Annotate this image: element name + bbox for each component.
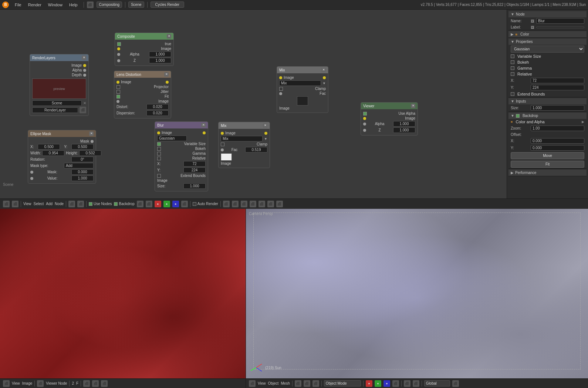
render-layers-node[interactable]: RenderLayers ✕ Image Alpha Depth: [30, 54, 89, 116]
props-varsize[interactable]: [511, 54, 514, 58]
toolbar-add[interactable]: Add: [46, 202, 53, 206]
blur-y[interactable]: 224: [183, 167, 206, 173]
vp-object[interactable]: Object: [268, 381, 279, 385]
vp-view[interactable]: View: [258, 381, 266, 385]
ellipse-x[interactable]: 0.500: [38, 144, 60, 150]
toolbar-icon4[interactable]: ⬛: [77, 201, 84, 207]
projector-check[interactable]: [116, 85, 120, 89]
mix2-img-out[interactable]: [264, 132, 267, 135]
jitter-check[interactable]: [116, 90, 120, 94]
backdrop-fit-btn[interactable]: Fit: [511, 161, 584, 168]
ellipse-val-in[interactable]: [30, 177, 33, 180]
blur-image-out[interactable]: [203, 131, 206, 134]
mix2-type[interactable]: Mix: [221, 136, 263, 141]
img-icon5[interactable]: ⬛: [101, 380, 108, 387]
viewer-z-val[interactable]: 1.000: [393, 127, 415, 133]
lens-distortion-node[interactable]: Lens Distortion ✕ Image Projector: [114, 71, 171, 118]
img-icon2[interactable]: ⬛: [37, 380, 44, 387]
ellipse-node[interactable]: Ellipse Mask ✕ Mask X: 0.500 Y: 0.500: [28, 130, 96, 184]
lens-image-in[interactable]: [116, 81, 119, 84]
viewer-close[interactable]: ✕: [411, 104, 415, 108]
distort-value[interactable]: 0.020: [146, 104, 169, 110]
lens-image-out[interactable]: [166, 81, 169, 84]
vp-mesh[interactable]: Mesh: [281, 381, 290, 385]
mix1-type[interactable]: Mix: [279, 80, 321, 86]
rl-image-out[interactable]: [83, 64, 86, 67]
toolbar-icon5[interactable]: ⬛: [137, 201, 143, 207]
z-socket-in[interactable]: [117, 59, 120, 62]
scene-selector[interactable]: Scene: [32, 100, 82, 106]
vp-icon2[interactable]: ⬛: [295, 380, 301, 387]
ellipse-w[interactable]: 0.954: [42, 150, 64, 156]
alpha-socket-in[interactable]: [117, 53, 120, 56]
img-viewer-node[interactable]: Viewer Node: [46, 381, 67, 385]
viewer-alpha-in[interactable]: [363, 123, 366, 126]
z-value[interactable]: 1.000: [149, 58, 171, 63]
lens-close[interactable]: ✕: [164, 72, 169, 77]
blur-type[interactable]: Gaussian: [157, 136, 187, 141]
inputs-size[interactable]: 1.000: [531, 105, 584, 111]
toolbar-icon9[interactable]: ●: [172, 201, 179, 207]
menu-window[interactable]: Window: [45, 2, 65, 8]
toolbar-icon16[interactable]: ⬛: [267, 201, 274, 207]
mix2-fac-in[interactable]: [221, 148, 224, 151]
mix2-node[interactable]: Mix ✕ Image Mix ▼ Clamp: [218, 122, 270, 168]
node-name-input[interactable]: Blur: [536, 18, 584, 24]
node-section-header[interactable]: ▼ Node: [508, 11, 587, 17]
mix1-node[interactable]: Mix ✕ Image Mix ▼ Clamp: [277, 66, 328, 113]
backdrop-y[interactable]: 0.000: [531, 145, 584, 151]
toolbar-icon17[interactable]: ⬛: [276, 201, 283, 207]
menu-help[interactable]: Help: [66, 2, 81, 8]
vp-object-mode[interactable]: Object Mode: [324, 380, 361, 387]
vp-icon4[interactable]: ⬛: [312, 380, 319, 387]
img-icon3[interactable]: ⬛: [83, 380, 90, 387]
props-bokeh[interactable]: [511, 60, 514, 64]
performance-header[interactable]: ▶ Performance: [508, 170, 587, 176]
toolbar-icon11[interactable]: ⬛: [223, 201, 230, 207]
mix2-img-in[interactable]: [221, 132, 224, 135]
vp-icon10[interactable]: ⬛: [413, 380, 419, 387]
inputs-header[interactable]: ▼ Inputs: [508, 98, 587, 104]
render-engine[interactable]: Cycles Render: [151, 1, 185, 8]
backdrop-check[interactable]: Backdrop: [114, 202, 134, 206]
props-x[interactable]: 72: [531, 78, 584, 83]
blur-size[interactable]: 1.000: [183, 183, 206, 189]
toolbar-icon7[interactable]: ●: [155, 201, 161, 207]
menu-render[interactable]: Render: [25, 2, 44, 8]
backdrop-header[interactable]: ▼ Backdrop: [508, 113, 587, 119]
rl-icon[interactable]: ⬛: [80, 107, 86, 113]
vp-global[interactable]: Global: [424, 380, 450, 387]
props-header[interactable]: ▼ Properties: [508, 39, 587, 45]
topbar-menus[interactable]: File Render Window Help: [12, 2, 81, 8]
blur-x[interactable]: 72: [183, 161, 206, 167]
ellipse-close[interactable]: ✕: [89, 131, 94, 136]
vp-icon9[interactable]: ⬛: [404, 380, 410, 387]
ellipse-mask-val[interactable]: 0.000: [71, 169, 94, 175]
viewer-alpha-val[interactable]: 1.000: [393, 121, 415, 127]
backdrop-x[interactable]: 0.000: [531, 138, 584, 144]
use-alpha-check[interactable]: [117, 42, 121, 46]
scene-selector[interactable]: Scene: [128, 1, 144, 8]
ellipse-type[interactable]: Add: [64, 163, 94, 168]
composite-close[interactable]: ✕: [167, 34, 171, 39]
props-type-dropdown[interactable]: Gaussian: [511, 46, 584, 53]
backdrop-enable[interactable]: [516, 114, 520, 118]
viewer-img-in[interactable]: [363, 117, 366, 120]
menu-file[interactable]: File: [12, 2, 24, 8]
mix2-close[interactable]: ✕: [263, 123, 267, 128]
ellipse-rot[interactable]: 0°: [71, 157, 94, 162]
mix2-fac-val[interactable]: 0.519: [245, 147, 267, 153]
mix1-img-in[interactable]: [279, 76, 282, 79]
composite-node[interactable]: Composite ✕ true Image Alpha 1: [115, 33, 174, 66]
props-relative[interactable]: [511, 72, 514, 76]
viewer-node[interactable]: Viewer ✕ Use Alpha Image Alpha: [361, 102, 418, 136]
ellipse-mask2-in[interactable]: [30, 171, 33, 174]
node-canvas[interactable]: Composite ✕ true Image Alpha 1: [0, 10, 507, 198]
layer-selector[interactable]: RenderLayer: [32, 107, 78, 113]
alpha-value[interactable]: 1.000: [149, 51, 171, 57]
rl-close[interactable]: ✕: [82, 56, 86, 60]
toolbar-node[interactable]: Node: [55, 202, 64, 206]
backdrop-move-btn[interactable]: Move: [511, 152, 584, 159]
lens-img2-in[interactable]: [116, 100, 119, 103]
toolbar-icon2[interactable]: ⬛: [12, 201, 18, 207]
